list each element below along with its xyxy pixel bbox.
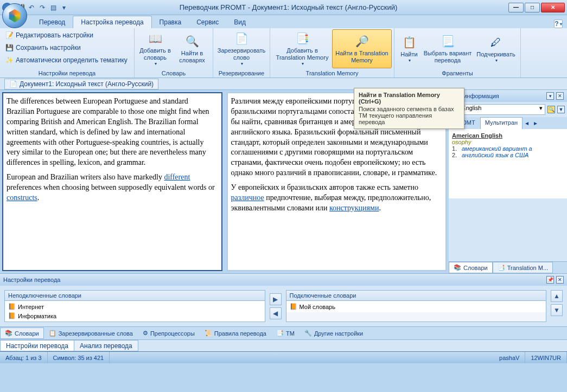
find-in-dictionaries-button[interactable]: 🔍Найти в словарях — [174, 29, 211, 68]
unconnected-dictionaries-box: Неподключенные словари 📙Интернет 📙Информ… — [4, 290, 265, 322]
source-paragraph-1: The differences between European Portugu… — [7, 97, 218, 168]
ribbon: 📝Редактировать настройки 💾Сохранить наст… — [0, 28, 567, 78]
move-left-button[interactable]: ◀ — [270, 307, 282, 319]
source-link-constructs[interactable]: constructs — [7, 194, 37, 202]
dict-source-tabs: PROMT Мультитран ◂ ▸ — [449, 117, 567, 129]
auto-detect-topic-button[interactable]: ✨Автоматически определить тематику — [2, 54, 130, 66]
side-pin-icon[interactable]: ▾ — [546, 92, 554, 100]
find-button[interactable]: 📋Найти▾ — [397, 29, 422, 68]
status-host: 12WIN7UR — [525, 352, 567, 363]
label: Редактировать настройки — [16, 31, 93, 39]
dict-category: osophy — [452, 139, 564, 145]
side-panel-header: ная информация ▾ ✕ — [449, 90, 567, 102]
choose-variant-button[interactable]: 📃Выбрать вариант перевода — [422, 29, 474, 68]
dict-item-my[interactable]: 📙Мой словарь — [288, 302, 545, 311]
dict-item-informatics[interactable]: 📙Информатика — [6, 311, 264, 320]
side-tab-tm[interactable]: 📑Translation M... — [493, 262, 553, 273]
qat-more-icon[interactable]: ▾ — [60, 3, 68, 12]
group-label: Настройки перевода — [2, 69, 132, 78]
atab-settings[interactable]: Настройки перевода — [0, 340, 74, 351]
gear-icon: ⚙ — [143, 330, 148, 337]
minimize-button[interactable]: — — [508, 3, 524, 12]
book-icon: 📙 — [8, 303, 16, 310]
unconnected-header: Неподключенные словари — [5, 291, 265, 301]
redo-icon[interactable]: ↷ — [38, 3, 47, 12]
reserve-icon: 📄 — [234, 31, 249, 46]
analysis-tabs: Настройки перевода Анализ перевода — [0, 339, 567, 351]
source-link-different[interactable]: different — [164, 173, 190, 181]
group-reserve: 📄Зарезервировать слово▾ Резервирование — [213, 28, 270, 78]
dict-tab-prev[interactable]: ◂ — [523, 117, 531, 129]
underline-button[interactable]: 🖊Подчеркивать▾ — [474, 29, 518, 68]
label: Автоматически определить тематику — [16, 56, 128, 64]
label: Найти в Translation Memory — [334, 50, 390, 64]
dict-entry-2[interactable]: английский язык в США — [462, 152, 564, 158]
tooltip-body: Поиск заданного сегмента в базах TM теку… — [359, 106, 460, 125]
target-link-2[interactable]: конструкциями — [329, 204, 379, 212]
qat-icon-1[interactable]: ▤ — [49, 3, 58, 12]
target-link-1[interactable]: различное — [231, 194, 264, 202]
book-plus-icon: 📖 — [148, 31, 163, 46]
dict-entry-1[interactable]: американский вариант а — [462, 145, 564, 152]
tab-edit[interactable]: Правка — [152, 16, 189, 28]
label: Сохранить настройки — [16, 44, 81, 52]
tab-service[interactable]: Сервис — [189, 16, 226, 28]
add-to-tm-button[interactable]: 📑Добавить в Translation Memory▾ — [272, 29, 332, 68]
btab-other-settings[interactable]: 🔧Другие настройки — [300, 327, 368, 339]
window-controls: — □ ✕ — [507, 3, 565, 12]
undo-icon[interactable]: ↶ — [27, 3, 36, 12]
maximize-button[interactable]: □ — [525, 3, 540, 12]
move-up-button[interactable]: ▲ — [551, 290, 563, 302]
settings-pin-icon[interactable]: 📌 — [546, 276, 554, 284]
settings-panel: Настройки перевода 📌 ✕ Неподключенные сл… — [0, 273, 567, 339]
group-fragments: 📋Найти▾ 📃Выбрать вариант перевода 🖊Подче… — [394, 28, 521, 78]
edit-settings-button[interactable]: 📝Редактировать настройки — [2, 29, 130, 41]
move-right-button[interactable]: ▶ — [270, 293, 282, 305]
btab-dictionaries[interactable]: 📚Словари — [0, 327, 44, 339]
label: Зарезервировать слово — [217, 47, 266, 61]
source-pane[interactable]: The differences between European Portugu… — [2, 92, 222, 271]
side-tab-dictionaries[interactable]: 📚Словари — [449, 262, 493, 273]
move-down-button[interactable]: ▼ — [551, 304, 563, 316]
dict-filter-icon[interactable]: ▼ — [557, 106, 565, 113]
order-buttons: ▲ ▼ — [551, 290, 563, 322]
connected-header: Подключенные словари — [286, 291, 546, 301]
tab-translation-settings[interactable]: Настройка перевода — [73, 16, 151, 28]
dict-tab-multitran[interactable]: Мультитран — [480, 117, 523, 129]
main-row: The differences between European Portugu… — [0, 90, 567, 273]
document-tab[interactable]: 📄Документ1: Исходный текст (Англо-Русски… — [4, 79, 158, 89]
underline-icon: 🖊 — [488, 35, 504, 50]
settings-close-icon[interactable]: ✕ — [556, 276, 564, 284]
book-icon: 📙 — [8, 312, 16, 319]
tab-view[interactable]: Вид — [226, 16, 253, 28]
tooltip-title: Найти в Translation Memory (Ctrl+G) — [359, 92, 460, 105]
btab-reserved-words[interactable]: 📋Зарезервированные слова — [44, 327, 138, 339]
settings-header: Настройки перевода 📌 ✕ — [0, 274, 567, 286]
btab-tm[interactable]: 📑TM — [271, 327, 300, 339]
app-orb[interactable] — [2, 3, 27, 28]
side-close-icon[interactable]: ✕ — [556, 92, 564, 100]
tab-translate[interactable]: Перевод — [31, 16, 73, 28]
search-yellow-icon: 🔍 — [184, 34, 200, 49]
reserve-word-button[interactable]: 📄Зарезервировать слово▾ — [215, 29, 267, 68]
dict-tab-next[interactable]: ▸ — [531, 117, 540, 129]
dict-headword: American English — [452, 132, 564, 139]
edit-icon: 📝 — [5, 31, 14, 40]
atab-analysis[interactable]: Анализ перевода — [74, 340, 138, 351]
find-in-tm-button[interactable]: 🔎Найти в Translation Memory — [332, 29, 392, 68]
settings-title: Настройки перевода — [3, 277, 60, 283]
dict-item-internet[interactable]: 📙Интернет — [6, 302, 264, 311]
chevron-down-icon: ▾ — [409, 58, 411, 63]
settings-bottom-tabs: 📚Словари 📋Зарезервированные слова ⚙Препр… — [0, 326, 567, 339]
dict-language-select[interactable]: an English ▾ — [451, 104, 545, 115]
help-icon[interactable]: ?▾ — [554, 20, 563, 28]
side-panel: ная информация ▾ ✕ an English ▾ 🔍 ▼ PROM… — [449, 90, 567, 273]
add-to-dictionary-button[interactable]: 📖Добавить в словарь▾ — [137, 29, 174, 68]
close-button[interactable]: ✕ — [541, 3, 565, 12]
dict-search-icon[interactable]: 🔍 — [547, 106, 555, 113]
side-bottom-tabs: 📚Словари 📑Translation M... — [449, 261, 567, 273]
btab-translation-rules[interactable]: 📜Правила перевода — [200, 327, 271, 339]
save-settings-button[interactable]: 💾Сохранить настройки — [2, 42, 130, 54]
tm-icon: 📑 — [276, 330, 284, 337]
btab-preprocessors[interactable]: ⚙Препроцессоры — [138, 327, 200, 339]
